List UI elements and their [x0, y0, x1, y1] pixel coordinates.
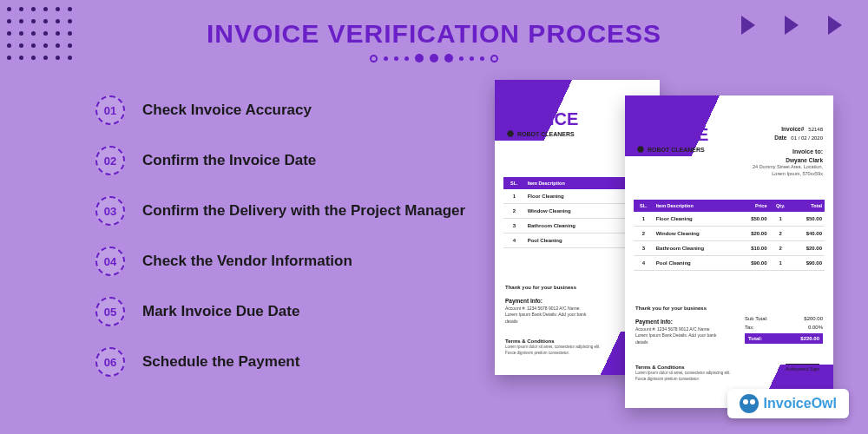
invoice-heading: INVOICE	[637, 125, 708, 145]
step-item: 03 Confirm the Delivery with the Project…	[95, 196, 465, 226]
step-number-badge: 02	[95, 146, 125, 175]
step-item: 05 Mark Invoice Due Date	[95, 297, 465, 326]
owl-icon	[740, 394, 759, 413]
step-item: 06 Schedule the Payment	[95, 347, 465, 377]
step-label: Confirm the Delivery with the Project Ma…	[142, 202, 465, 220]
th-qty: Qty.	[770, 200, 792, 212]
invoice-thanks: Thank you for your business	[635, 306, 707, 311]
invoice-preview-stack: INVOICE ROBOT CLEANERS SL. Item Descript…	[495, 80, 799, 418]
invoice-terms-body: Lorem ipsum dolor sit amet, consectetur …	[505, 345, 601, 354]
th-desc: Item Description	[654, 200, 737, 212]
invoice-company: ROBOT CLEANERS	[507, 130, 575, 137]
invoice-table: SL. Item Description Price Qty. Total 1F…	[634, 200, 825, 271]
invoice-payment-heading: Payment Info:	[505, 298, 542, 304]
brand-name: InvoiceOwl	[764, 396, 837, 411]
th-sl: SL.	[503, 177, 525, 189]
table-row: 2Window Cleaning$20.002$40.00	[634, 227, 825, 241]
table-row: 4Pool Cleaning$90.001$90.00	[634, 256, 825, 271]
invoice-payment-heading: Payment Info:	[635, 319, 673, 325]
invoice-company-name: ROBOT CLEANERS	[648, 147, 705, 153]
hexagon-icon	[637, 146, 644, 153]
step-item: 01 Check Invoice Accuracy	[95, 95, 465, 125]
invoice-company-name: ROBOT CLEANERS	[517, 131, 575, 137]
step-label: Check Invoice Accuracy	[142, 102, 312, 119]
invoice-company: ROBOT CLEANERS	[637, 146, 705, 153]
step-label: Mark Invoice Due Date	[142, 303, 299, 320]
step-number-badge: 04	[95, 247, 125, 276]
invoice-card-front: INVOICE ROBOT CLEANERS Invoice# 52148 Da…	[625, 95, 833, 408]
step-label: Check the Vendor Information	[142, 253, 352, 270]
step-list: 01 Check Invoice Accuracy 02 Confirm the…	[95, 95, 465, 377]
invoice-payment-info: Payment Info: Account #: 1234 5678 9012 …	[505, 297, 592, 325]
step-number-badge: 03	[95, 196, 125, 226]
step-item: 04 Check the Vendor Information	[95, 247, 465, 276]
invoice-payment-info: Payment Info: Account #: 1234 5678 9012 …	[635, 318, 722, 345]
invoice-thanks: Thank you for your business	[505, 285, 576, 290]
th-price: Price	[736, 200, 769, 212]
invoice-payment-body: Account #: 1234 5678 9012 A/C Name: Lore…	[505, 306, 586, 324]
th-desc: Item Description	[525, 177, 615, 189]
title-divider-dots	[0, 54, 868, 62]
brand-badge: InvoiceOwl	[727, 389, 849, 418]
invoice-terms-heading: Terms & Conditions	[635, 365, 685, 370]
th-sl: SL.	[634, 200, 654, 212]
page-title: INVOICE VERIFICATION PROCESS	[0, 19, 868, 49]
invoice-heading: INVOICE	[507, 109, 578, 129]
invoice-terms: Terms & Conditions Lorem ipsum dolor sit…	[505, 338, 609, 356]
step-number-badge: 06	[95, 347, 125, 377]
th-total: Total	[792, 200, 825, 212]
step-item: 02 Confirm the Invoice Date	[95, 146, 465, 175]
invoice-totals: Sub Total:$200.00 Tax:0.00% Total:$220.0…	[745, 314, 823, 344]
invoice-terms-heading: Terms & Conditions	[505, 339, 555, 344]
invoice-bill-to: Invoice to: Dwyane Clark 24 Dummy Street…	[745, 148, 823, 178]
step-number-badge: 01	[95, 95, 125, 125]
invoice-payment-body: Account #: 1234 5678 9012 A/C Name: Lore…	[635, 326, 716, 345]
step-label: Confirm the Invoice Date	[142, 152, 316, 169]
invoice-terms-body: Lorem ipsum dolor sit amet, consectetur …	[635, 371, 731, 380]
invoice-meta: Invoice# 52148 Date 01 / 02 / 2020	[774, 125, 823, 142]
invoice-terms: Terms & Conditions Lorem ipsum dolor sit…	[635, 364, 740, 382]
hexagon-icon	[507, 130, 514, 137]
invoice-sign-label: Authorised Sign	[786, 364, 819, 372]
table-row: 1Floor Cleaning$50.001$50.00	[634, 212, 825, 227]
step-label: Schedule the Payment	[142, 353, 299, 371]
table-row: 3Bathroom Cleaning$10.002$20.00	[634, 241, 825, 256]
step-number-badge: 05	[95, 297, 125, 326]
